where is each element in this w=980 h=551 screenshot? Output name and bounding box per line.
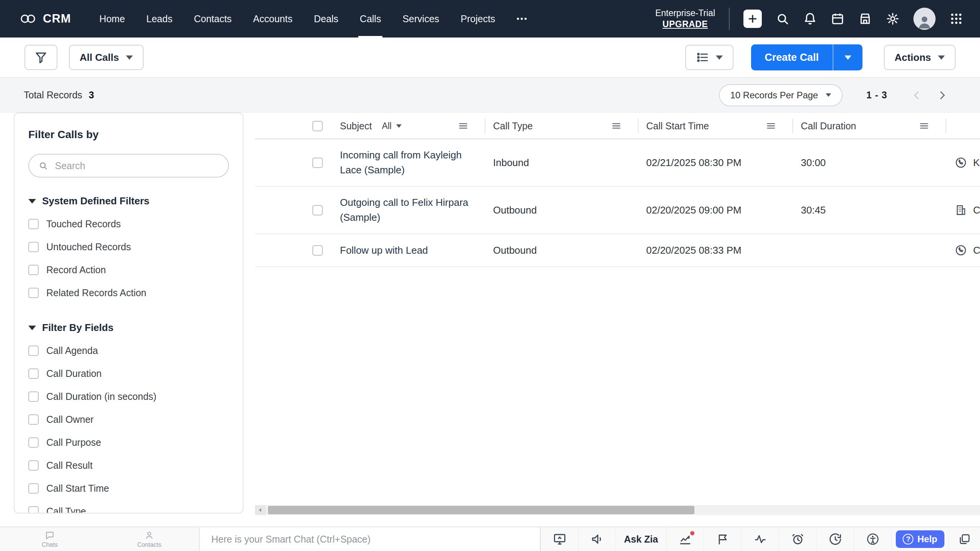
- nav-item-home[interactable]: Home: [89, 0, 136, 37]
- filter-item-call-duration[interactable]: Call Duration: [28, 362, 229, 385]
- nav-item-calls[interactable]: Calls: [349, 0, 392, 37]
- next-page-button[interactable]: [929, 90, 955, 100]
- column-menu-button[interactable]: [458, 121, 469, 131]
- reminders-button[interactable]: [779, 527, 816, 551]
- column-menu-button[interactable]: [766, 121, 776, 131]
- nav-more-button[interactable]: [506, 0, 537, 37]
- nav-item-deals[interactable]: Deals: [303, 0, 349, 37]
- notifications-button[interactable]: [803, 12, 817, 26]
- calendar-button[interactable]: [831, 12, 844, 26]
- horizontal-scrollbar[interactable]: [255, 505, 980, 515]
- checkbox[interactable]: [28, 346, 39, 356]
- cell-subject[interactable]: Incoming call from Kayleigh Lace (Sample…: [332, 139, 485, 186]
- global-search-button[interactable]: [776, 12, 789, 26]
- contacts-dock-item[interactable]: Contacts: [100, 527, 199, 551]
- cell-subject[interactable]: Outgoing call to Felix Hirpara (Sample): [332, 187, 485, 233]
- nav-item-contacts[interactable]: Contacts: [183, 0, 242, 37]
- filter-item-call-owner[interactable]: Call Owner: [28, 408, 229, 431]
- create-call-menu-button[interactable]: [833, 44, 862, 70]
- cell-subject[interactable]: Follow up with Lead: [332, 235, 485, 266]
- crm-logo[interactable]: CRM: [19, 12, 71, 26]
- filter-search-input[interactable]: [54, 160, 219, 172]
- previous-page-button[interactable]: [904, 90, 929, 100]
- bottom-dock: Chats Contacts Here is your Smart Chat (…: [0, 527, 980, 551]
- announcements-button[interactable]: [578, 527, 616, 551]
- select-all-checkbox[interactable]: [312, 121, 323, 131]
- smart-chat-bar[interactable]: Here is your Smart Chat (Ctrl+Space): [199, 527, 541, 551]
- history-button[interactable]: [816, 527, 854, 551]
- column-header-call-start-time[interactable]: Call Start Time: [638, 112, 792, 139]
- checkbox[interactable]: [28, 368, 39, 379]
- column-menu-button[interactable]: [611, 121, 622, 131]
- chats-dock-item[interactable]: Chats: [0, 527, 100, 551]
- cell-related[interactable]: Ka: [946, 156, 980, 169]
- nav-item-projects[interactable]: Projects: [450, 0, 506, 37]
- filter-item-related-records-action[interactable]: Related Records Action: [28, 281, 229, 304]
- window-stack-button[interactable]: [949, 527, 980, 551]
- accessibility-button[interactable]: [854, 527, 891, 551]
- filter-item-touched-records[interactable]: Touched Records: [28, 212, 229, 235]
- cell-related[interactable]: Ch: [946, 244, 980, 256]
- subject-filter-dropdown[interactable]: All: [382, 121, 402, 131]
- list-view-type-dropdown[interactable]: [685, 45, 733, 70]
- checkbox[interactable]: [28, 437, 39, 448]
- actions-dropdown[interactable]: Actions: [884, 45, 956, 70]
- column-header-subject[interactable]: Subject All: [332, 112, 485, 139]
- cell-call-type: Outbound: [485, 245, 638, 256]
- cell-related[interactable]: Ch: [946, 204, 980, 216]
- section-system-defined-filters[interactable]: System Defined Filters: [28, 195, 229, 207]
- records-per-page-label: 10 Records Per Page: [730, 90, 818, 101]
- scrollbar-thumb[interactable]: [268, 506, 694, 514]
- upgrade-link[interactable]: UPGRADE: [655, 19, 715, 30]
- analytics-button[interactable]: [666, 527, 704, 551]
- checkbox[interactable]: [28, 460, 39, 471]
- filter-item-call-agenda[interactable]: Call Agenda: [28, 339, 229, 362]
- table-header-row: Subject All Call Type Call Start Time: [255, 112, 980, 139]
- column-header-related[interactable]: [946, 112, 980, 139]
- checkbox[interactable]: [28, 219, 39, 229]
- create-call-button[interactable]: Create Call: [751, 44, 833, 70]
- checkbox[interactable]: [28, 288, 39, 298]
- campaigns-button[interactable]: [704, 527, 741, 551]
- nav-item-services[interactable]: Services: [392, 0, 450, 37]
- row-checkbox[interactable]: [312, 205, 323, 215]
- checkbox[interactable]: [28, 391, 39, 402]
- settings-button[interactable]: [886, 12, 900, 26]
- signals-button[interactable]: [741, 527, 779, 551]
- help-button[interactable]: ? Help: [891, 527, 949, 551]
- table-row[interactable]: Follow up with Lead Outbound 02/20/2025 …: [255, 234, 980, 267]
- filter-item-call-purpose[interactable]: Call Purpose: [28, 431, 229, 454]
- checkbox[interactable]: [28, 483, 39, 494]
- filter-item-call-duration-seconds[interactable]: Call Duration (in seconds): [28, 385, 229, 408]
- user-avatar[interactable]: [913, 8, 936, 30]
- checkbox[interactable]: [28, 242, 39, 252]
- checkbox[interactable]: [28, 265, 39, 275]
- filter-item-call-result[interactable]: Call Result: [28, 454, 229, 477]
- column-header-call-type[interactable]: Call Type: [485, 112, 638, 139]
- filter-toggle-button[interactable]: [24, 45, 57, 70]
- column-menu-button[interactable]: [919, 121, 929, 131]
- nav-item-accounts[interactable]: Accounts: [242, 0, 303, 37]
- nav-item-leads[interactable]: Leads: [136, 0, 183, 37]
- row-checkbox[interactable]: [312, 245, 323, 256]
- filter-item-call-type[interactable]: Call Type: [28, 500, 229, 514]
- filter-item-label: Call Purpose: [46, 437, 101, 448]
- table-row[interactable]: Outgoing call to Felix Hirpara (Sample) …: [255, 187, 980, 234]
- filter-item-record-action[interactable]: Record Action: [28, 258, 229, 281]
- column-header-call-duration[interactable]: Call Duration: [792, 112, 946, 139]
- ask-zia-button[interactable]: Ask Zia: [616, 527, 666, 551]
- view-selector-dropdown[interactable]: All Calls: [69, 45, 144, 70]
- apps-menu-button[interactable]: [949, 12, 963, 26]
- table-row[interactable]: Incoming call from Kayleigh Lace (Sample…: [255, 139, 980, 187]
- checkbox[interactable]: [28, 506, 39, 514]
- filter-item-call-start-time[interactable]: Call Start Time: [28, 477, 229, 500]
- filter-item-untouched-records[interactable]: Untouched Records: [28, 235, 229, 258]
- row-checkbox[interactable]: [312, 158, 323, 168]
- quick-create-button[interactable]: [743, 10, 762, 28]
- section-filter-by-fields[interactable]: Filter By Fields: [28, 322, 229, 334]
- screen-share-button[interactable]: [541, 527, 578, 551]
- records-per-page-dropdown[interactable]: 10 Records Per Page: [719, 84, 843, 106]
- marketplace-button[interactable]: [858, 12, 872, 26]
- checkbox[interactable]: [28, 414, 39, 425]
- scroll-left-button[interactable]: [255, 505, 266, 515]
